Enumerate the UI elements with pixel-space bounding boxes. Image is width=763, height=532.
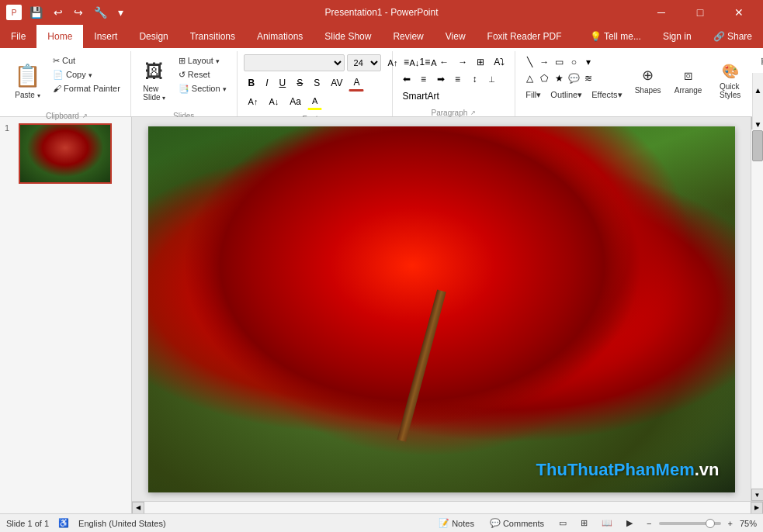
hscroll-track[interactable] <box>144 502 751 514</box>
shadow-button[interactable]: S <box>309 74 324 92</box>
tell-me-button[interactable]: 💡 Tell me... <box>579 25 652 48</box>
hscroll-right-button[interactable]: ▶ <box>751 502 763 514</box>
strikethrough-button[interactable]: S <box>292 74 307 92</box>
shape-effects-button[interactable]: Effects▾ <box>588 88 626 102</box>
menu-home[interactable]: Home <box>36 25 83 48</box>
section-button[interactable]: 📑 Section ▾ <box>175 82 231 95</box>
font-color-button[interactable]: A <box>349 74 364 92</box>
menu-animations[interactable]: Animations <box>246 25 314 48</box>
layout-button[interactable]: ⊞ Layout ▾ <box>175 54 231 67</box>
format-painter-button[interactable]: 🖌 Format Painter <box>49 82 124 95</box>
reset-button[interactable]: ↺ Reset <box>175 68 231 81</box>
menu-bar: File Home Insert Design Transitions Anim… <box>0 25 763 48</box>
canvas-area[interactable]: ThuThuatPhanMem.vn <box>132 117 751 501</box>
text-transform[interactable]: Aa <box>285 93 306 110</box>
undo-button[interactable]: ↩ <box>50 5 66 20</box>
numbering-button[interactable]: 1≡ <box>416 54 435 70</box>
cut-button[interactable]: ✂ Cut <box>49 54 124 67</box>
slide-number-1: 1 <box>5 123 14 133</box>
maximize-button[interactable]: □ <box>682 0 718 25</box>
slide-thumb-1[interactable] <box>19 123 112 184</box>
shape-fill-button[interactable]: Fill▾ <box>522 88 545 102</box>
font-size-step1[interactable]: A↑ <box>244 93 263 110</box>
zoom-level[interactable]: 75% <box>740 519 757 528</box>
increase-indent-button[interactable]: → <box>454 54 471 70</box>
shape-callout[interactable]: 💬 <box>566 71 581 86</box>
shape-triangle[interactable]: △ <box>522 71 537 86</box>
shapes-grid: ╲ → ▭ ○ ▾ △ ⬠ ★ 💬 ≋ <box>522 54 626 86</box>
decrease-indent-button[interactable]: ← <box>435 54 453 70</box>
scroll-thumb[interactable] <box>752 130 763 161</box>
menu-foxit[interactable]: Foxit Reader PDF <box>477 25 573 48</box>
slide-item-1[interactable]: 1 <box>5 123 127 184</box>
clipboard-expand[interactable]: ↗ <box>82 112 88 119</box>
align-text-button[interactable]: ⟂ <box>484 71 500 87</box>
accessibility-icon[interactable]: ♿ <box>58 518 69 528</box>
font-size-selector[interactable]: 24 <box>347 54 381 71</box>
bullets-button[interactable]: ≡ <box>399 54 414 70</box>
center-button[interactable]: ≡ <box>416 71 432 87</box>
menu-view[interactable]: View <box>435 25 477 48</box>
comments-button[interactable]: 💬 Comments <box>485 516 549 530</box>
shape-star[interactable]: ★ <box>551 71 567 86</box>
minimize-button[interactable]: ─ <box>643 0 679 25</box>
bold-button[interactable]: B <box>244 74 260 92</box>
copy-button[interactable]: 📄 Copy ▾ <box>49 68 124 81</box>
shape-scroll[interactable]: ≋ <box>581 71 596 86</box>
shape-arrow[interactable]: → <box>536 54 552 70</box>
quick-styles-button[interactable]: 🎨 QuickStyles <box>710 54 751 107</box>
italic-button[interactable]: I <box>261 74 272 92</box>
highlight-color[interactable]: A <box>307 93 322 110</box>
repair-icon[interactable]: 🔧 <box>91 5 110 20</box>
new-slide-button[interactable]: 🖼 NewSlide ▾ <box>137 54 172 107</box>
language-info[interactable]: English (United States) <box>78 519 166 528</box>
shape-outline-button[interactable]: Outline▾ <box>546 88 586 102</box>
shapes-button[interactable]: ⊕ Shapes <box>629 54 667 107</box>
underline-button[interactable]: U <box>275 74 291 92</box>
paste-button[interactable]: 📋 Paste ▾ <box>9 54 46 107</box>
char-spacing-button[interactable]: AV <box>326 74 347 92</box>
scroll-track[interactable] <box>751 130 764 489</box>
paragraph-expand[interactable]: ↗ <box>470 109 476 116</box>
zoom-slider[interactable] <box>659 522 721 525</box>
notes-button[interactable]: 📝 Notes <box>434 516 479 530</box>
presenter-view-button[interactable]: ▶ <box>623 516 636 530</box>
redo-button[interactable]: ↪ <box>71 5 86 20</box>
shape-more[interactable]: ▾ <box>581 54 596 70</box>
arrange-button[interactable]: ⧇ Arrange <box>670 54 707 107</box>
shape-line[interactable]: ╲ <box>522 54 537 70</box>
save-button[interactable]: 💾 <box>26 5 46 20</box>
sign-in-button[interactable]: Sign in <box>652 25 702 48</box>
zoom-in-button[interactable]: + <box>724 517 737 530</box>
menu-review[interactable]: Review <box>382 25 434 48</box>
shape-fill-right-button[interactable]: ▣ Fill▾ <box>757 54 763 67</box>
normal-view-button[interactable]: ▭ <box>555 516 571 530</box>
reading-view-button[interactable]: 📖 <box>598 516 616 530</box>
menu-insert[interactable]: Insert <box>83 25 128 48</box>
align-right-button[interactable]: ➡ <box>433 71 449 87</box>
line-spacing-button[interactable]: ↕ <box>467 71 483 87</box>
menu-file[interactable]: File <box>0 25 36 48</box>
scroll-down-button[interactable]: ▼ <box>751 489 764 501</box>
menu-design[interactable]: Design <box>128 25 179 48</box>
font-size-step2[interactable]: A↓ <box>264 93 283 110</box>
customize-button[interactable]: ▾ <box>115 5 127 20</box>
font-name-selector[interactable] <box>244 54 345 71</box>
hscroll-left-button[interactable]: ◀ <box>132 502 144 514</box>
align-left-button[interactable]: ⬅ <box>399 71 414 87</box>
text-dir-button[interactable]: A⤵ <box>490 54 508 70</box>
menu-transitions[interactable]: Transitions <box>179 25 246 48</box>
close-button[interactable]: ✕ <box>721 0 757 25</box>
share-button[interactable]: 🔗 Share <box>702 25 763 48</box>
slide-sorter-button[interactable]: ⊞ <box>577 516 591 530</box>
shape-pentagon[interactable]: ⬠ <box>536 71 552 86</box>
shape-ellipse[interactable]: ○ <box>566 54 581 70</box>
shape-rect[interactable]: ▭ <box>551 54 567 70</box>
justify-button[interactable]: ≡ <box>450 71 466 87</box>
menu-slideshow[interactable]: Slide Show <box>314 25 382 48</box>
columns-button[interactable]: ⊞ <box>473 54 488 70</box>
status-bar: Slide 1 of 1 ♿ English (United States) 📝… <box>0 513 763 532</box>
zoom-out-button[interactable]: − <box>643 517 655 530</box>
ribbon-scroll-up[interactable]: ▲ <box>753 73 763 107</box>
smartart-button[interactable]: SmartArt <box>399 88 443 104</box>
